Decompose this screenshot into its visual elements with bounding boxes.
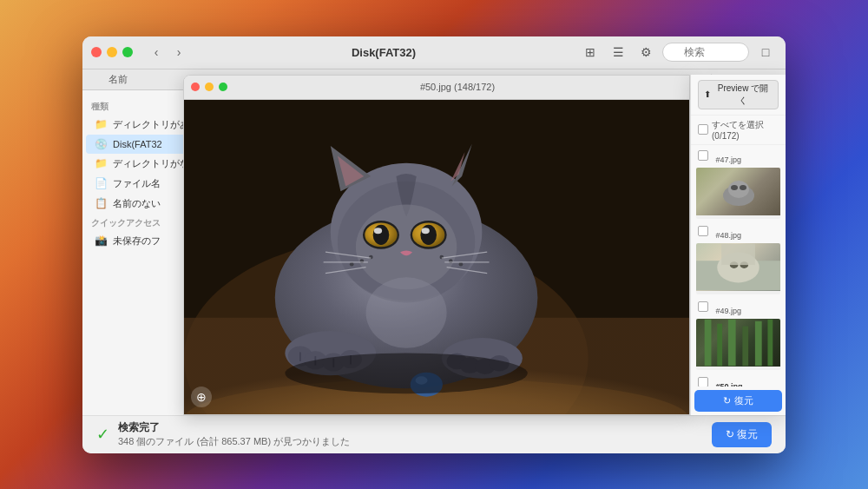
svg-rect-58 [721,243,755,264]
sidebar-item-label: ファイル名 [113,177,161,190]
thumbnail-item[interactable]: #49.jpg [694,300,782,317]
titlebar: ‹ › Disk(FAT32) ⊞ ☰ ⚙ 🔍 □ [82,36,786,69]
close-button[interactable] [91,47,102,57]
minimize-button[interactable] [107,47,117,57]
select-all-checkbox[interactable] [698,124,708,135]
disk-icon: 💿 [95,138,108,150]
thumb-label-47: #47.jpg [715,155,741,164]
list-view-button[interactable]: ☰ [607,41,629,63]
thumb-checkbox-49[interactable] [698,301,708,312]
status-check-icon: ✓ [96,425,109,444]
thumbnail-47[interactable] [694,166,782,221]
search-wrapper: 🔍 [662,43,749,62]
filter-button[interactable]: ⚙ [635,41,657,63]
status-title: 検索完了 [118,420,703,435]
thumb-checkbox-50[interactable] [698,377,708,387]
grid-view-button[interactable]: ⊞ [579,41,602,63]
preview-titlebar: #50.jpg (148/172) [184,76,689,100]
restore-button-main[interactable]: ↻ 復元 [712,422,772,447]
window-title: Disk(FAT32) [195,46,572,59]
file-icon: 📄 [95,177,108,189]
svg-point-18 [420,224,437,244]
status-bar: ✓ 検索完了 348 個のファイル (合計 865.37 MB) が見つかりまし… [82,415,786,453]
svg-point-48 [366,277,447,347]
preview-open-button[interactable]: ⬆ Preview で開く [698,80,779,109]
svg-point-49 [285,353,527,393]
thumb-name-48 [696,291,780,294]
preview-image-area: ⊕ [184,100,689,414]
svg-point-23 [439,254,444,259]
select-all-row[interactable]: すべてを選択 (0/172) [691,116,786,145]
svg-point-52 [731,185,738,190]
preview-close[interactable] [191,83,200,91]
svg-point-51 [728,181,749,198]
thumbnail-item[interactable]: #48.jpg [694,224,782,241]
sidebar-item-label: Disk(FAT32 [113,139,162,149]
sidebar-item-label: 名前のない [113,197,161,210]
select-all-label: すべてを選択 (0/172) [712,119,779,141]
svg-rect-63 [755,320,762,365]
cat-illustration [184,100,689,414]
preview-title: #50.jpg (148/172) [233,82,682,92]
svg-point-22 [350,261,354,266]
thumb-header: ⬆ Preview で開く [691,75,786,116]
camera-icon: 📸 [95,235,108,247]
nav-buttons: ‹ › [147,43,188,62]
preview-modal: #50.jpg (148/172) [178,69,786,415]
thumbnail-49[interactable] [694,317,782,372]
svg-rect-62 [742,326,748,366]
svg-point-20 [369,254,373,259]
svg-point-25 [459,261,464,266]
traffic-lights [91,47,133,57]
back-button[interactable]: ‹ [147,43,166,62]
svg-point-11 [356,204,457,289]
svg-point-15 [374,228,382,234]
preview-minimize[interactable] [205,83,214,91]
forward-button[interactable]: › [169,43,188,62]
preview-panel: #50.jpg (148/172) [183,75,690,415]
folder-icon: 📁 [95,118,108,130]
thumb-name-47 [696,215,780,219]
thumb-name-49 [696,367,780,370]
toolbar-actions: ⊞ ☰ ⚙ 🔍 □ [579,41,777,63]
thumbnail-item[interactable]: #50.jpg [694,375,782,387]
svg-rect-61 [728,319,736,365]
svg-rect-64 [767,319,773,365]
main-window: ‹ › Disk(FAT32) ⊞ ☰ ⚙ 🔍 □ 名前 サイズ 作成日 変更日… [82,36,786,453]
thumb-label-48: #48.jpg [715,231,741,240]
thumb-label-50: #50.jpg [715,382,742,387]
preview-maximize[interactable] [219,83,227,91]
sidebar-item-label: 未保存のフ [113,235,161,248]
thumbnail-item[interactable]: #47.jpg [694,149,782,166]
folder-x-icon: 📁 [95,157,108,169]
thumb-checkbox[interactable] [698,150,708,161]
restore-button-inner[interactable]: ↻ 復元 [694,390,782,412]
clipboard-icon: 📋 [95,197,108,209]
share-icon: ⬆ [704,89,711,99]
search-input[interactable] [662,43,749,62]
svg-point-53 [740,185,746,190]
thumb-label-49: #49.jpg [715,307,741,315]
zoom-button[interactable]: ⊕ [191,387,212,407]
svg-point-14 [373,224,390,244]
maximize-button[interactable] [122,47,133,57]
thumbnail-48[interactable] [694,241,782,296]
svg-rect-60 [717,323,722,366]
thumbnail-panel: ⬆ Preview で開く すべてを選択 (0/172) #47.jpg [690,75,786,415]
thumbnails-list: #47.jpg #48.jp [691,145,786,387]
info-button[interactable]: □ [754,41,777,63]
svg-rect-59 [705,319,712,365]
status-subtitle: 348 個のファイル (合計 865.37 MB) が見つかりました [118,435,703,448]
thumb-checkbox-48[interactable] [698,226,708,236]
status-text-group: 検索完了 348 個のファイル (合計 865.37 MB) が見つかりました [118,420,703,448]
svg-point-19 [422,228,430,234]
